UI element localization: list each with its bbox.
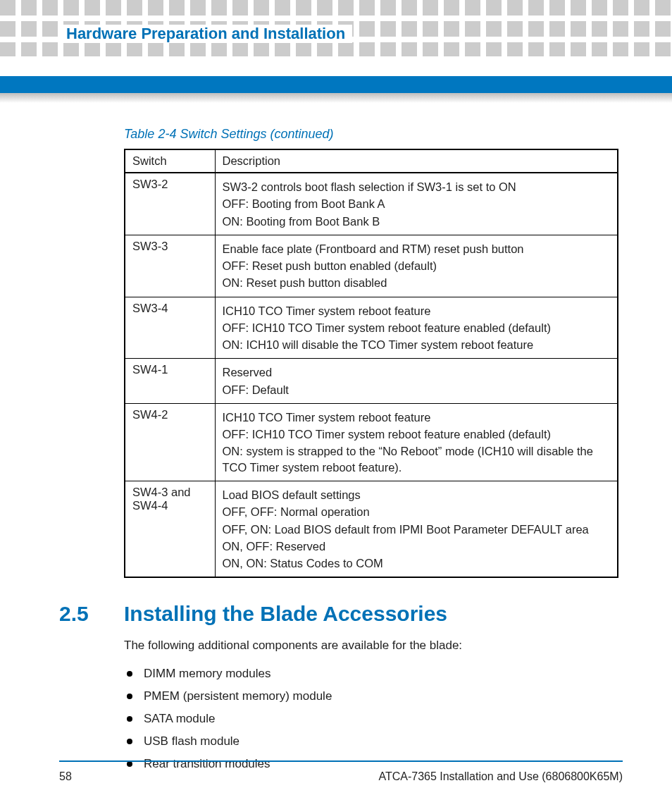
header-shadow [0, 93, 672, 103]
footer-rule [59, 760, 623, 762]
table-row: SW3-3Enable face plate (Frontboard and R… [125, 235, 618, 297]
switch-cell: SW3-4 [125, 297, 215, 359]
accessory-list: DIMM memory modulesPMEM (persistent memo… [124, 663, 618, 775]
description-line: ICH10 TCO Timer system reboot feature [223, 303, 611, 319]
description-line: Enable face plate (Frontboard and RTM) r… [223, 241, 611, 257]
switch-cell: SW3-3 [125, 235, 215, 297]
description-cell: SW3-2 controls boot flash selection if S… [215, 173, 618, 235]
description-line: OFF: ICH10 TCO Timer system reboot featu… [223, 320, 611, 335]
description-line: OFF: Default [223, 382, 611, 398]
table-row: SW4-3 and SW4-4Load BIOS default setting… [125, 481, 618, 577]
list-item: DIMM memory modules [124, 663, 618, 685]
table-row: SW3-2SW3-2 controls boot flash selection… [125, 173, 618, 235]
description-line: ON: system is strapped to the “No Reboot… [223, 443, 611, 475]
document-id: ATCA-7365 Installation and Use (6806800K… [378, 770, 623, 783]
description-line: ON: Reset push button disabled [223, 275, 611, 290]
description-line: OFF: ICH10 TCO Timer system reboot featu… [223, 426, 611, 442]
description-line: ICH10 TCO Timer system reboot feature [223, 409, 611, 425]
description-line: Load BIOS default settings [223, 487, 611, 503]
list-item: USB flash module [124, 730, 618, 753]
switch-cell: SW4-1 [125, 359, 215, 404]
description-line: OFF, OFF: Normal operation [223, 504, 611, 519]
switch-settings-table: Switch Description SW3-2SW3-2 controls b… [124, 149, 618, 578]
description-line: ON, ON: Status Codes to COM [223, 555, 611, 571]
description-line: OFF: Booting from Boot Bank A [223, 196, 611, 211]
description-line: SW3-2 controls boot flash selection if S… [223, 179, 611, 195]
description-cell: ReservedOFF: Default [215, 359, 618, 404]
switch-cell: SW4-3 and SW4-4 [125, 481, 215, 577]
switch-cell: SW4-2 [125, 403, 215, 481]
description-line: Reserved [223, 364, 611, 380]
list-item: PMEM (persistent memory) module [124, 685, 618, 708]
table-row: SW4-2ICH10 TCO Timer system reboot featu… [125, 403, 618, 481]
description-line: ON: ICH10 will disable the TCO Timer sys… [223, 337, 611, 352]
section-title: Installing the Blade Accessories [124, 602, 447, 626]
list-item: SATA module [124, 708, 618, 730]
chapter-title: Hardware Preparation and Installation [59, 25, 352, 43]
switch-cell: SW3-2 [125, 173, 215, 235]
table-caption: Table 2-4 Switch Settings (continued) [124, 127, 618, 142]
description-line: OFF, ON: Load BIOS default from IPMI Boo… [223, 522, 611, 537]
col-header-description: Description [215, 149, 618, 173]
table-row: SW4-1ReservedOFF: Default [125, 359, 618, 404]
description-cell: ICH10 TCO Timer system reboot featureOFF… [215, 297, 618, 359]
section-intro: The following additional components are … [124, 639, 618, 653]
description-line: ON: Booting from Boot Bank B [223, 214, 611, 229]
section-number: 2.5 [59, 602, 124, 626]
description-cell: ICH10 TCO Timer system reboot featureOFF… [215, 403, 618, 481]
page-number: 58 [59, 770, 72, 783]
description-line: ON, OFF: Reserved [223, 538, 611, 554]
description-cell: Enable face plate (Frontboard and RTM) r… [215, 235, 618, 297]
description-line: OFF: Reset push button enabled (default) [223, 258, 611, 273]
col-header-switch: Switch [125, 149, 215, 173]
description-cell: Load BIOS default settingsOFF, OFF: Norm… [215, 481, 618, 577]
header-bar [0, 76, 672, 93]
table-row: SW3-4ICH10 TCO Timer system reboot featu… [125, 297, 618, 359]
